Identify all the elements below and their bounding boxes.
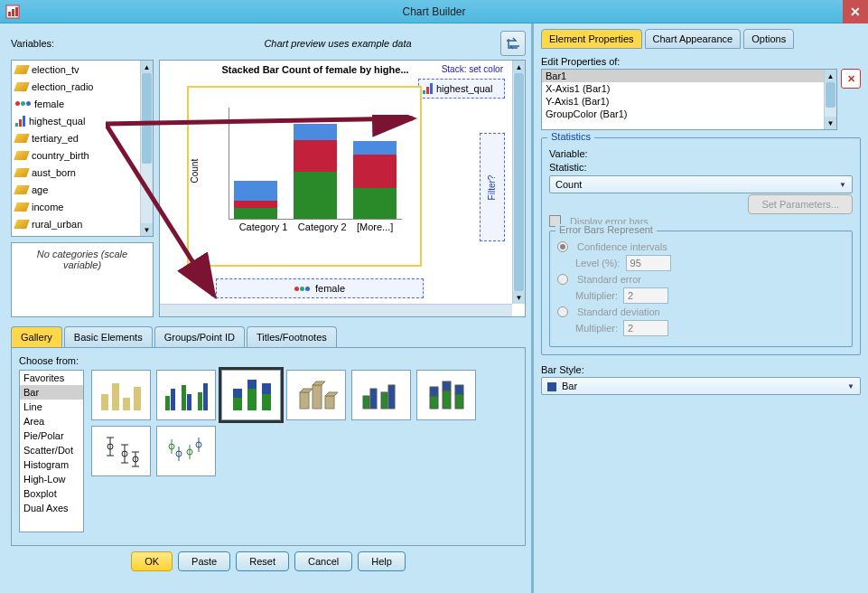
svg-rect-19 [247, 380, 257, 389]
chart-title: Stacked Bar Count of female by highe... [214, 64, 416, 75]
bottom-tabs: Gallery Basic Elements Groups/Point ID T… [11, 326, 526, 347]
category-label: Category 1 [239, 221, 288, 234]
tab-gallery[interactable]: Gallery [11, 326, 62, 347]
chart-thumb-3d-bar[interactable] [286, 370, 346, 420]
svg-rect-13 [171, 389, 175, 410]
swap-xy-button[interactable] [500, 31, 526, 56]
variable-list[interactable]: election_tv election_radio female highes… [11, 60, 154, 237]
app-icon [5, 5, 20, 19]
scrollbar[interactable]: ▲▼ [824, 70, 836, 129]
reset-button[interactable]: Reset [236, 551, 289, 571]
tab-basic-elements[interactable]: Basic Elements [64, 326, 153, 347]
variables-label: Variables: [11, 38, 175, 49]
tab-titles-footnotes[interactable]: Titles/Footnotes [247, 326, 337, 347]
statistic-label: Statistic: [549, 162, 612, 173]
stack-hint: Stack: set color [442, 64, 503, 74]
list-item: Area [20, 414, 83, 428]
variable-item: election_radio [12, 78, 140, 95]
scrollbar[interactable]: ▲▼ [512, 61, 525, 304]
chart-thumb-clustered-bar[interactable] [156, 370, 216, 420]
ok-button[interactable]: OK [131, 551, 173, 571]
y-axis-label: Count [190, 159, 200, 184]
tab-groups-point-id[interactable]: Groups/Point ID [154, 326, 245, 347]
svg-rect-33 [455, 394, 463, 409]
category-label: Category 2 [298, 221, 347, 234]
list-item: GroupColor (Bar1) [542, 108, 824, 120]
svg-rect-3 [15, 7, 18, 16]
paste-button[interactable]: Paste [178, 551, 230, 571]
scale-icon [14, 220, 30, 229]
tab-options[interactable]: Options [743, 29, 794, 49]
svg-rect-16 [233, 398, 242, 410]
svg-rect-8 [123, 398, 130, 410]
variable-item: tertiary_ed [12, 129, 140, 146]
nominal-icon [294, 287, 310, 291]
variable-item: country_birth [12, 146, 140, 164]
svg-rect-29 [430, 396, 438, 409]
properties-list[interactable]: Bar1 X-Axis1 (Bar1) Y-Axis1 (Bar1) Group… [541, 69, 837, 130]
stack-dropzone[interactable]: highest_qual [418, 79, 505, 99]
window-title: Chart Builder [402, 5, 465, 18]
svg-rect-18 [247, 389, 257, 410]
chart-thumb-simple-error-bar[interactable] [91, 426, 151, 476]
ordinal-icon [423, 83, 433, 94]
svg-rect-6 [101, 394, 108, 410]
scale-icon [14, 134, 30, 143]
chart-thumb-stacked-3d-bar[interactable] [416, 370, 476, 420]
svg-rect-11 [182, 385, 186, 410]
x-axis-dropzone[interactable]: female [216, 278, 424, 298]
variable-item: election_tv [12, 61, 140, 78]
bar-style-select[interactable]: Bar ▼ [541, 377, 861, 395]
edit-properties-label: Edit Properties of: [541, 56, 861, 67]
svg-rect-2 [12, 9, 14, 16]
list-item: Y-Axis1 (Bar1) [542, 95, 824, 108]
scale-icon [14, 168, 30, 177]
svg-rect-12 [198, 392, 202, 410]
category-label: [More...] [357, 221, 393, 234]
swap-icon [505, 35, 521, 52]
tab-element-properties[interactable]: Element Properties [541, 29, 642, 49]
svg-rect-32 [443, 381, 451, 391]
set-parameters-button: Set Parameters... [748, 194, 853, 214]
delete-element-button[interactable]: ✕ [841, 69, 861, 89]
svg-rect-17 [233, 389, 242, 398]
tab-chart-appearance[interactable]: Chart Appearance [645, 29, 742, 49]
sd-radio [557, 306, 568, 317]
svg-rect-1 [8, 12, 11, 16]
scrollbar[interactable] [160, 304, 512, 316]
chart-thumb-clustered-error-bar[interactable] [156, 426, 216, 476]
ordinal-icon [15, 116, 25, 127]
svg-rect-34 [455, 385, 463, 394]
scrollbar[interactable]: ▲▼ [140, 61, 153, 236]
gallery-panel: Choose from: Favorites Bar Line Area Pie… [11, 347, 526, 546]
svg-rect-30 [430, 387, 438, 396]
chart-thumb-clustered-3d-bar[interactable] [351, 370, 411, 420]
list-item: X-Axis1 (Bar1) [542, 82, 824, 95]
chart-type-list[interactable]: Favorites Bar Line Area Pie/Polar Scatte… [19, 370, 84, 532]
variable-item: rural_urban [12, 215, 140, 232]
cancel-button[interactable]: Cancel [294, 551, 352, 571]
bar-style-label: Bar Style: [541, 364, 861, 375]
svg-rect-10 [165, 396, 170, 410]
help-button[interactable]: Help [358, 551, 406, 571]
chart-thumb-simple-bar[interactable] [91, 370, 151, 420]
list-item: Bar [20, 385, 83, 400]
chart-preview[interactable]: Stacked Bar Count of female by highe... … [159, 60, 526, 317]
scale-icon [14, 202, 30, 212]
variable-item: income [12, 198, 140, 215]
svg-rect-21 [262, 383, 271, 394]
svg-rect-15 [203, 383, 208, 410]
svg-rect-23 [313, 385, 322, 409]
filter-dropzone[interactable]: Filter? [480, 133, 505, 241]
svg-rect-7 [112, 383, 119, 410]
list-item: Line [20, 400, 83, 414]
list-item: Boxplot [20, 486, 83, 501]
close-button[interactable]: ✕ [843, 0, 868, 24]
sd-mult-input [623, 320, 668, 336]
statistic-select[interactable]: Count▼ [549, 175, 853, 193]
scale-icon [14, 65, 30, 74]
nominal-icon [15, 101, 31, 106]
variable-item: female [12, 95, 140, 112]
ci-radio [557, 241, 568, 252]
chart-thumb-stacked-bar[interactable] [221, 370, 281, 420]
